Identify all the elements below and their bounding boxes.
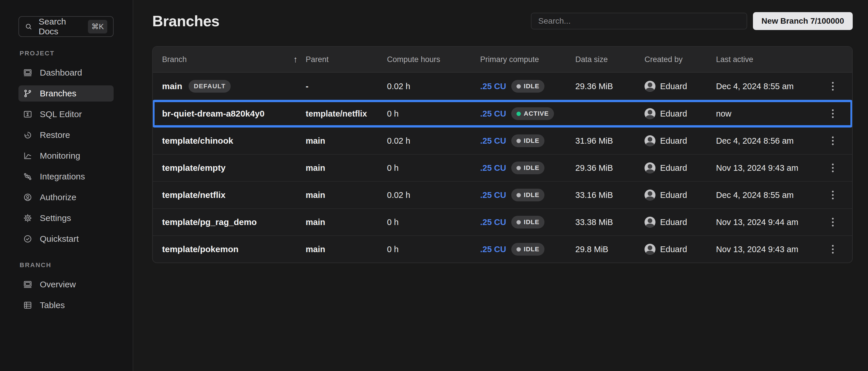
kebab-menu-icon[interactable] [830,134,836,147]
check-circle-icon [23,234,32,244]
status-dot-icon [517,193,521,197]
column-header-primary-compute[interactable]: Primary compute [480,55,575,64]
table-row[interactable]: main DEFAULT - 0.02 h .25 CU IDLE 29.36 … [153,73,852,100]
status-badge: IDLE [511,216,545,228]
created-by: Eduard [660,190,687,200]
branch-name: template/chinook [162,136,233,146]
table-row[interactable]: template/empty main 0 h .25 CU IDLE 29.3… [153,154,852,181]
compute-size-link[interactable]: .25 CU [480,136,506,146]
sidebar-item-restore[interactable]: Restore [19,127,114,143]
sidebar-item-label: Integrations [40,172,85,182]
sidebar-item-branches[interactable]: Branches [19,85,114,101]
column-header-compute-hours[interactable]: Compute hours [387,55,480,64]
branch-name: template/pg_rag_demo [162,217,257,227]
table-grid-icon [23,301,32,310]
status-label: IDLE [524,83,539,90]
avatar [645,189,655,200]
data-size: 31.96 MiB [575,136,645,146]
created-by: Eduard [660,136,687,146]
main-content: Branches New Branch 7/100000 Branch ↑ Pa… [133,0,868,371]
sort-ascending-icon[interactable]: ↑ [293,55,298,64]
data-size: 29.8 MiB [575,245,645,254]
sidebar: Search Docs ⌘K PROJECT Dashboard Branche… [0,0,133,371]
compute-hours: 0 h [387,163,480,173]
last-active: Nov 13, 2024 9:43 am [716,245,823,254]
column-header-last-active[interactable]: Last active [716,55,823,64]
compute-size-link[interactable]: .25 CU [480,109,506,119]
compute-size-link[interactable]: .25 CU [480,190,506,200]
parent-branch: main [306,163,387,173]
table-row[interactable]: template/netflix main 0.02 h .25 CU IDLE… [153,181,852,208]
branch-name: template/empty [162,163,225,173]
kebab-menu-icon[interactable] [830,216,836,229]
status-badge: IDLE [511,80,545,93]
data-size: 33.16 MiB [575,190,645,200]
status-badge: IDLE [511,189,545,202]
created-by: Eduard [660,218,687,227]
new-branch-button[interactable]: New Branch 7/100000 [753,12,853,30]
column-header-data-size[interactable]: Data size [575,55,645,64]
last-active: now [716,109,823,119]
compute-size-link[interactable]: .25 CU [480,218,506,227]
avatar [645,135,655,146]
sidebar-item-label: Quickstart [40,234,79,244]
kebab-menu-icon[interactable] [830,188,836,202]
created-by: Eduard [660,82,687,91]
parent-branch: main [306,190,387,200]
sidebar-item-label: SQL Editor [40,109,82,119]
sidebar-item-dashboard[interactable]: Dashboard [19,65,114,81]
status-badge: IDLE [511,243,545,256]
avatar [645,244,655,255]
parent-branch: main [306,218,387,227]
column-header-created-by[interactable]: Created by [645,55,716,64]
sidebar-item-integrations[interactable]: Integrations [19,168,114,185]
sidebar-item-authorize[interactable]: Authorize [19,189,114,206]
avatar [645,217,655,227]
created-by: Eduard [660,109,687,119]
table-body: main DEFAULT - 0.02 h .25 CU IDLE 29.36 … [153,73,852,262]
git-branch-icon [23,89,32,98]
sidebar-item-settings[interactable]: Settings [19,210,114,226]
search-docs-button[interactable]: Search Docs ⌘K [19,16,114,37]
kebab-menu-icon[interactable] [830,107,836,120]
sidebar-item-label: Dashboard [40,68,82,78]
data-size: 29.36 MiB [575,163,645,173]
sidebar-item-label: Authorize [40,192,76,202]
kebab-menu-icon[interactable] [830,243,836,256]
compute-hours: 0 h [387,245,480,254]
sidebar-item-sql-editor[interactable]: SQL Editor [19,106,114,122]
compute-size-link[interactable]: .25 CU [480,82,506,91]
search-docs-label: Search Docs [39,17,82,36]
column-header-branch[interactable]: Branch [162,55,187,64]
sidebar-item-quickstart[interactable]: Quickstart [19,231,114,247]
table-row[interactable]: template/chinook main 0.02 h .25 CU IDLE… [153,127,852,154]
status-label: IDLE [524,191,539,199]
compute-size-link[interactable]: .25 CU [480,163,506,173]
table-row[interactable]: template/pg_rag_demo main 0 h .25 CU IDL… [153,208,852,236]
status-badge: IDLE [511,161,545,174]
gear-icon [23,214,32,223]
column-header-parent[interactable]: Parent [306,55,387,64]
sidebar-item-monitoring[interactable]: Monitoring [19,148,114,164]
sidebar-item-overview[interactable]: Overview [19,276,114,292]
user-circle-icon [23,193,32,202]
avatar [645,108,655,119]
sidebar-item-tables[interactable]: Tables [19,297,114,313]
parent-branch: template/netflix [306,109,387,119]
compute-hours: 0.02 h [387,136,480,146]
sidebar-item-label: Monitoring [40,151,80,161]
parent-branch: main [306,245,387,254]
status-dot-icon [517,220,521,224]
kebab-menu-icon[interactable] [830,161,836,175]
table-row[interactable]: template/pokemon main 0 h .25 CU IDLE 29… [153,236,852,262]
compute-size-link[interactable]: .25 CU [480,245,506,254]
avatar [645,162,655,174]
last-active: Nov 13, 2024 9:44 am [716,218,823,227]
table-row[interactable]: br-quiet-dream-a820k4y0 template/netflix… [153,100,852,127]
history-clock-icon [23,130,32,140]
search-docs-shortcut: ⌘K [88,20,107,33]
created-by: Eduard [660,163,687,173]
sidebar-item-label: Restore [40,130,70,140]
branch-search-input[interactable] [531,13,747,29]
kebab-menu-icon[interactable] [830,80,836,93]
